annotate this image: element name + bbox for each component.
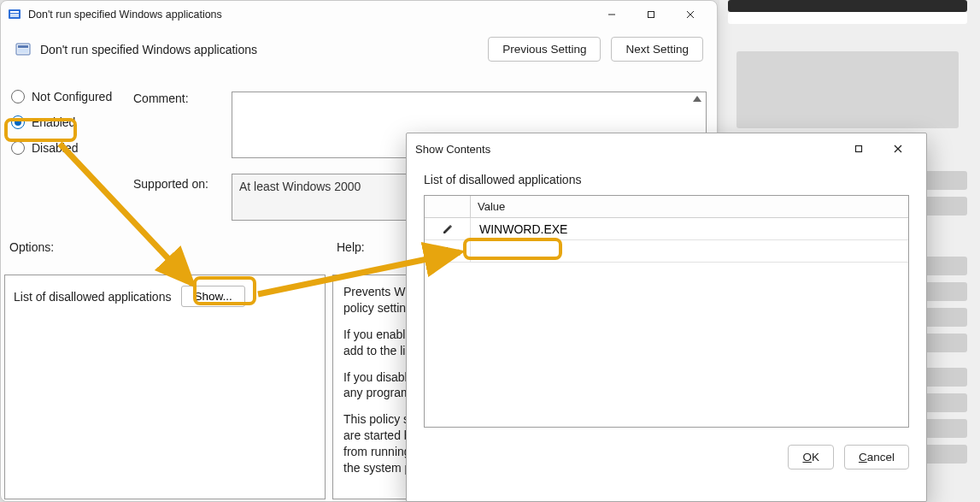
dialog-close-button[interactable] [878,136,918,162]
value-input[interactable] [478,221,901,237]
svg-rect-2 [10,14,19,17]
cancel-button[interactable]: Cancel [844,445,909,470]
table-row[interactable] [425,218,908,240]
row-indicator-new: * [425,240,471,262]
radio-label: Disabled [32,141,78,155]
show-contents-dialog: Show Contents List of disallowed applica… [406,133,927,502]
dialog-title: Show Contents [415,143,839,156]
dialog-titlebar: Show Contents [407,133,926,164]
options-row-label: List of disallowed applications [14,290,171,304]
previous-setting-button[interactable]: Previous Setting [488,37,601,62]
svg-rect-4 [648,12,654,18]
ok-button[interactable]: OK [788,445,834,470]
dialog-subtitle: List of disallowed applications [424,173,909,186]
grid-header: Value [425,196,908,218]
radio-label: Enabled [32,115,75,129]
radio-icon-checked [11,115,25,129]
minimize-button[interactable] [592,2,631,27]
supported-on-label: Supported on: [133,177,208,191]
policy-icon [15,41,32,58]
show-button[interactable]: Show... [181,286,244,307]
svg-rect-8 [18,45,28,48]
value-grid[interactable]: Value * [424,195,909,428]
grid-header-value: Value [471,196,908,217]
supported-on-value: At least Windows 2000 [239,180,361,193]
radio-enabled[interactable]: Enabled [11,115,112,129]
svg-rect-10 [856,146,862,152]
policy-title: Don't run specified Windows applications [40,43,488,56]
dialog-maximize-button[interactable] [839,136,878,162]
grid-header-spacer [425,196,471,217]
scroll-up-icon[interactable] [693,96,701,102]
radio-label: Not Configured [32,90,112,103]
options-label: Options: [9,240,54,254]
table-row[interactable]: * [425,240,908,263]
options-panel: List of disallowed applications Show... [4,275,326,499]
next-setting-button[interactable]: Next Setting [611,37,703,62]
policy-window-icon [8,8,21,21]
row-indicator-editing [425,218,471,239]
pencil-icon [442,223,454,235]
radio-not-configured[interactable]: Not Configured [11,90,112,103]
maximize-button[interactable] [631,2,671,27]
main-window-title: Don't run specified Windows applications [28,9,592,21]
asterisk-icon: * [445,245,449,257]
svg-rect-9 [18,49,28,53]
help-label: Help: [337,240,365,254]
radio-icon [11,90,25,103]
close-button[interactable] [671,2,710,27]
radio-icon [11,141,25,155]
main-titlebar: Don't run specified Windows applications [1,1,717,28]
svg-rect-1 [10,11,19,13]
radio-disabled[interactable]: Disabled [11,141,112,155]
comment-label: Comment: [133,92,189,105]
value-input[interactable] [478,244,901,259]
